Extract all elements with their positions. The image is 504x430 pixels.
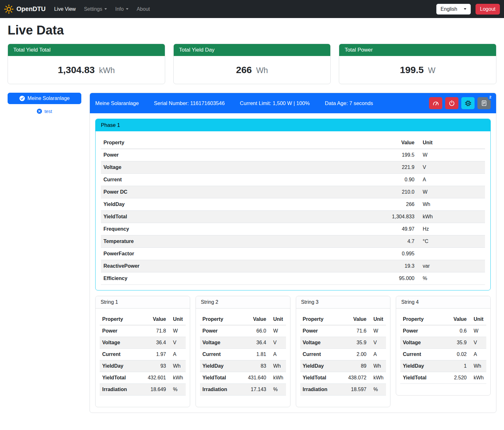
cell-property: Power (200, 325, 246, 337)
cell-property: PowerFactor (101, 248, 373, 260)
string-body: Property Value Unit Power (296, 308, 390, 407)
cell-property: YieldDay (101, 198, 373, 211)
brand[interactable]: OpenDTU (4, 4, 46, 14)
cell-property: YieldDay (300, 360, 346, 372)
power-button[interactable] (445, 97, 458, 109)
inverter-sidebar: Meine Solaranlage test (8, 93, 81, 114)
cell-unit: A (469, 349, 486, 360)
string-2-card: String 2 Property Value Unit (196, 296, 290, 407)
table-row: YieldDay 93 Wh (100, 360, 186, 372)
nav-live-view-label: Live View (54, 6, 76, 12)
string-table: Property Value Unit Power (200, 314, 286, 396)
cell-property: Efficiency (101, 272, 373, 285)
cell-value: 210.0 (373, 186, 417, 198)
sun-icon (4, 4, 14, 14)
nav-live-view[interactable]: Live View (50, 4, 80, 15)
nav-links: Live View Settings Info About (50, 4, 154, 15)
table-row: YieldTotal 431.640 kWh (200, 372, 286, 384)
cell-unit: var (417, 260, 485, 272)
card-title: Total Power (339, 44, 496, 56)
nav-info[interactable]: Info (111, 4, 133, 15)
cell-property: YieldTotal (100, 372, 145, 384)
cell-value: 199.5 (373, 149, 417, 161)
table-row: PowerFactor 0.995 (101, 248, 485, 260)
chevron-down-icon (464, 8, 466, 10)
inverter-panel-header: Meine Solaranlage Serial Number: 1161716… (90, 93, 496, 113)
cell-unit: V (269, 337, 286, 349)
cell-value: 89 (345, 360, 369, 372)
cell-property: Voltage (101, 161, 373, 174)
cell-value: 35.9 (447, 337, 469, 349)
cell-value: 432.601 (145, 372, 169, 384)
table-row: YieldTotal 1,304.833 kWh (101, 211, 485, 223)
card-body: 266 Wh (174, 56, 331, 84)
table-body: Power 71.6 W Voltage 35.9 V (300, 325, 386, 396)
cell-unit: A (269, 349, 286, 360)
phase-table: Property Value Unit Power (101, 137, 485, 285)
cell-unit: °C (417, 235, 485, 248)
language-select-value: English (441, 6, 457, 12)
cell-unit: A (369, 349, 386, 360)
col-header-property: Property (300, 314, 346, 325)
table-body: Power 0.6 W Voltage 35.9 V (400, 325, 486, 384)
nav-about[interactable]: About (133, 4, 154, 15)
table-head: Property Value Unit (100, 314, 186, 325)
col-header-unit: Unit (469, 314, 486, 325)
sidebar-item-label: Meine Solaranlage (28, 96, 70, 101)
string-title: String 4 (396, 296, 490, 308)
sidebar-item-meine-solaranlage[interactable]: Meine Solaranlage (8, 93, 81, 104)
gauge-icon (432, 100, 439, 107)
sidebar-item-test[interactable]: test (8, 109, 81, 114)
device-info-button[interactable] (461, 97, 475, 109)
cell-value: 4.7 (373, 235, 417, 248)
table-head: Property Value Unit (300, 314, 386, 325)
inverter-serial: Serial Number: 116171603546 (154, 100, 225, 106)
cell-value: 2.520 (447, 372, 469, 384)
language-select[interactable]: English (436, 4, 471, 15)
cell-value: 83 (246, 360, 269, 372)
table-header-row: Property Value Unit (100, 314, 186, 325)
x-circle-icon[interactable] (37, 109, 42, 114)
logout-button[interactable]: Logout (476, 4, 500, 15)
table-header-row: Property Value Unit (300, 314, 386, 325)
col-header-value: Value (345, 314, 369, 325)
cell-value: 0.995 (373, 248, 417, 260)
cell-value: 2.00 (345, 349, 369, 360)
card-body: 199.5 W (339, 56, 496, 84)
cell-property: Irradiation (200, 384, 246, 396)
table-row: YieldDay 1 Wh (400, 360, 486, 372)
col-header-property: Property (100, 314, 145, 325)
inverter-panel: Meine Solaranlage Serial Number: 1161716… (90, 93, 496, 413)
table-row: Current 1.81 A (200, 349, 286, 360)
cell-value: 71.8 (145, 325, 169, 337)
card-title: Total Yield Total (8, 44, 165, 56)
power-icon (449, 100, 455, 106)
col-header-unit: Unit (369, 314, 386, 325)
table-row: Power 71.6 W (300, 325, 386, 337)
event-log-button[interactable]: 2 (477, 97, 491, 109)
string-body: Property Value Unit Power (96, 308, 190, 407)
string-title: String 2 (196, 296, 290, 308)
cell-property: Current (101, 174, 373, 186)
table-row: Power 71.8 W (100, 325, 186, 337)
cell-value: 431.640 (246, 372, 269, 384)
cell-unit: kWh (169, 372, 186, 384)
table-row: Voltage 36.4 V (100, 337, 186, 349)
limit-settings-button[interactable] (429, 97, 442, 109)
inverter-name: Meine Solaranlage (95, 100, 139, 106)
cell-property: YieldTotal (200, 372, 246, 384)
total-power-card: Total Power 199.5 W (339, 44, 496, 84)
cell-value: 18.597 (345, 384, 369, 396)
string-body: Property Value Unit Power (396, 308, 490, 395)
table-body: Power 71.8 W Voltage 36.4 V (100, 325, 186, 396)
string-title: String 3 (296, 296, 390, 308)
card-unit: kWh (99, 66, 115, 75)
card-value: 266 (236, 65, 252, 75)
cell-unit: Wh (169, 360, 186, 372)
cell-unit (417, 248, 485, 260)
table-header-row: Property Value Unit (101, 137, 485, 149)
table-head: Property Value Unit (400, 314, 486, 325)
table-head: Property Value Unit (101, 137, 485, 149)
cell-value: 36.4 (145, 337, 169, 349)
nav-settings[interactable]: Settings (80, 4, 111, 15)
